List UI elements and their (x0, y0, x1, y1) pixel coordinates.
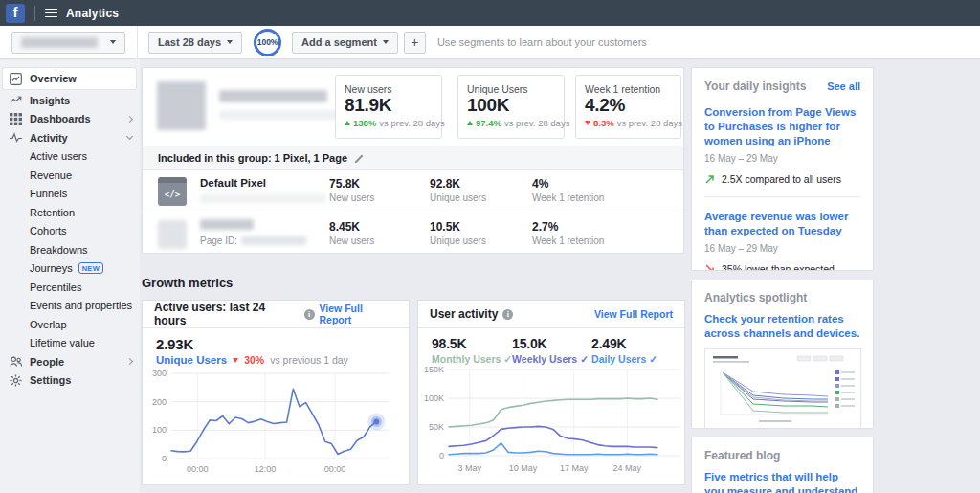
cell-value: 8.45K (329, 220, 374, 234)
svg-text:200: 200 (152, 397, 167, 407)
kpi-delta-suffix: vs prev. 28 days (617, 118, 682, 128)
chevron-down-icon (126, 133, 133, 140)
sidebar-item-retention[interactable]: Retention (0, 203, 140, 222)
sidebar-item-lifetime-value[interactable]: Lifetime value (0, 334, 140, 353)
sidebar-item-overlap[interactable]: Overlap (0, 315, 140, 334)
card-header: Featured blog (704, 449, 780, 462)
sidebar-item-label: Activity (30, 132, 68, 144)
view-full-report-link[interactable]: View Full Report (320, 303, 397, 325)
active-users-chart-card: Active users: last 24 hours View Full Re… (142, 300, 410, 485)
svg-text:300: 300 (152, 369, 167, 378)
kpi-delta-suffix: vs prev. 28 days (379, 118, 444, 128)
sidebar-item-journeys[interactable]: Journeys NEW (0, 259, 140, 279)
user-activity-chart-card: User activity View Full Report 98.5K Mon… (417, 300, 685, 485)
insight-title-link[interactable]: Conversion from Page Views to Purchases … (704, 105, 860, 148)
kpi-card-new-users: New users 81.9K 138%vs prev. 28 days (335, 75, 442, 139)
add-segment-dropdown[interactable]: Add a segment (292, 32, 398, 54)
sampling-percent-badge[interactable]: 100% (254, 29, 281, 56)
kpi-card-unique-users: Unique Users 100K 97.4%vs prev. 28 days (457, 75, 565, 139)
card-header: Your daily insights (704, 79, 806, 93)
facebook-logo-icon[interactable]: f (6, 4, 25, 23)
kpi-delta-suffix: vs prev. 28 days (504, 118, 569, 128)
svg-text:0: 0 (162, 454, 167, 463)
svg-text:00:00: 00:00 (324, 464, 346, 474)
hamburger-menu-icon[interactable] (45, 9, 57, 18)
sidebar-item-dashboards[interactable]: Dashboards (0, 110, 140, 129)
group-note-text: Included in this group: 1 Pixel, 1 Page (158, 152, 347, 164)
weekly-users-stat[interactable]: 15.0K Weekly Users ✓ (512, 336, 591, 365)
entity-summary-card: New users 81.9K 138%vs prev. 28 days Uni… (142, 67, 684, 254)
kpi-delta: 138% (353, 118, 376, 128)
cell-label: Week 1 retention (532, 235, 604, 246)
svg-text:24 May: 24 May (613, 463, 642, 473)
arrow-up-icon (467, 121, 473, 125)
svg-text:17 May: 17 May (560, 463, 589, 473)
chevron-down-icon (227, 40, 233, 44)
sidebar-item-label: Active users (30, 150, 87, 162)
blurred-page-name (200, 219, 254, 230)
sidebar-item-label: Events and properties (30, 300, 132, 311)
arrow-up-icon (345, 121, 350, 125)
info-icon[interactable] (502, 309, 513, 320)
sidebar-item-overview[interactable]: Overview (3, 68, 136, 89)
entity-selector-dropdown[interactable] (11, 32, 125, 54)
kpi-label: Week 1 retention (585, 83, 672, 95)
sidebar-item-cohorts[interactable]: Cohorts (0, 222, 140, 241)
blurred-entity-title (219, 90, 327, 102)
dashboards-icon (10, 113, 23, 125)
people-icon (10, 355, 23, 368)
svg-text:50K: 50K (429, 422, 444, 432)
sidebar-item-label: Settings (30, 374, 71, 386)
table-row-page[interactable]: Page ID: 8.45KNew users 10.5KUnique user… (143, 213, 683, 255)
activity-icon (10, 131, 23, 144)
sidebar-item-activity[interactable]: Activity (0, 128, 140, 147)
toolbar: Last 28 days 100% Add a segment + Use se… (0, 26, 980, 59)
arrow-down-icon (233, 358, 238, 363)
cell-label: Unique users (430, 235, 486, 246)
svg-text:12:00: 12:00 (255, 464, 277, 474)
cell-label: Week 1 retention (532, 192, 604, 203)
sidebar-item-revenue[interactable]: Revenue (0, 166, 140, 185)
sidebar-item-insights[interactable]: Insights (0, 91, 140, 110)
spotlight-title-link[interactable]: Check your retention rates across channe… (704, 312, 860, 341)
info-icon[interactable] (304, 309, 315, 320)
blog-title-link[interactable]: Five metrics that will help you measure … (704, 470, 860, 493)
cell-value: 4% (532, 177, 604, 190)
sidebar-item-events-and-properties[interactable]: Events and properties (0, 297, 140, 316)
insight-title-link[interactable]: Average revenue was lower than expected … (704, 210, 860, 238)
insight-date-range: 16 May – 29 May (704, 153, 860, 164)
sidebar-item-label: Funnels (30, 188, 67, 199)
sidebar-item-funnels[interactable]: Funnels (0, 185, 140, 204)
divider (704, 196, 860, 197)
analytics-spotlight-card: Analytics spotlight Check your retention… (691, 280, 874, 429)
blurred-page-id (241, 236, 306, 245)
view-full-report-link[interactable]: View Full Report (594, 308, 673, 320)
kpi-label: New users (345, 83, 433, 95)
sidebar-item-people[interactable]: People (0, 352, 140, 371)
sidebar-item-label: Overlap (30, 319, 67, 330)
insight-stat-text: 2.5X compared to all users (722, 173, 841, 185)
sidebar-item-label: Revenue (30, 169, 72, 181)
see-all-link[interactable]: See all (827, 80, 860, 92)
chevron-down-icon (110, 40, 116, 44)
insight-stat-text: 35% lower than expected (722, 263, 835, 271)
overview-icon (10, 73, 23, 85)
monthly-users-stat[interactable]: 98.5K Monthly Users ✓ (432, 336, 512, 365)
sidebar-item-settings[interactable]: Settings (0, 371, 140, 391)
add-segment-label: Add a segment (301, 36, 377, 48)
sidebar-item-breakdowns[interactable]: Breakdowns (0, 240, 140, 259)
date-range-dropdown[interactable]: Last 28 days (148, 32, 242, 54)
sidebar-item-label: Journeys (30, 262, 73, 274)
stat-value: 15.0K (512, 336, 591, 351)
spotlight-thumbnail-image[interactable] (704, 348, 861, 429)
edit-pencil-icon[interactable] (354, 153, 365, 164)
sidebar-item-percentiles[interactable]: Percentiles (0, 278, 140, 297)
insight-date-range: 16 May – 29 May (704, 243, 860, 254)
daily-users-stat[interactable]: 2.49K Daily Users ✓ (591, 336, 671, 365)
blurred-pixel-id (200, 194, 326, 203)
sidebar-item-active-users[interactable]: Active users (0, 147, 140, 167)
add-segment-plus-button[interactable]: + (404, 32, 426, 54)
topbar-divider (34, 6, 35, 21)
table-row-default-pixel[interactable]: Default Pixel 75.8KNew users 92.8KUnique… (143, 170, 683, 213)
cell-label: New users (329, 235, 374, 246)
